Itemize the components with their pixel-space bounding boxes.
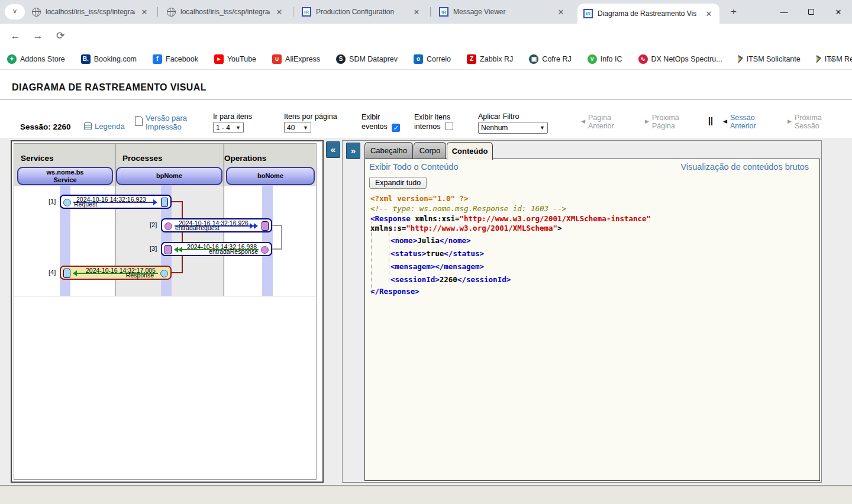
bookmark-aliexpress[interactable]: ∪AliExpress <box>272 54 320 64</box>
tab-close-icon[interactable]: ✕ <box>275 8 284 17</box>
close-button[interactable]: ✕ <box>825 0 852 24</box>
chevron-down-icon: ▼ <box>540 125 545 131</box>
bookmark-label: Addons Store <box>20 55 65 63</box>
browser-tab-4[interactable]: IR Message Viewer ✕ <box>433 0 572 24</box>
print-version-link[interactable]: Versão paraImpressão <box>135 114 187 131</box>
connector-gray <box>272 225 282 226</box>
tab-title: Diagrama de Rastreamento Vis <box>598 9 699 18</box>
browser-tab-strip: ˅ localhost/iris_iss/csp/integra/w ✕ loc… <box>0 0 852 24</box>
show-events-checkbox[interactable]: ✓ <box>392 124 400 132</box>
connector-maroon <box>172 272 182 273</box>
tab-close-icon[interactable]: ✕ <box>556 8 566 17</box>
browser-tab-2[interactable]: localhost/iris_iss/csp/integra/w ✕ <box>161 0 290 24</box>
tab-cabecalho[interactable]: Cabeçalho <box>364 142 413 159</box>
next-session-button: ▶ PróximaSessão <box>788 114 822 130</box>
browser-tab-active[interactable]: IR Diagrama de Rastreamento Vis ✕ <box>577 4 719 24</box>
forward-icon[interactable]: → <box>31 29 45 43</box>
bookmark-cofre[interactable]: ▣Cofre RJ <box>529 54 571 64</box>
legend-icon <box>84 122 92 130</box>
tab-separator <box>293 7 293 17</box>
maximize-button[interactable] <box>798 0 825 24</box>
bookmark-dx-netops[interactable]: ∿DX NetOps Spectru... <box>638 54 722 64</box>
bookmark-sdm-dataprev[interactable]: SSDM Dataprev <box>336 54 398 64</box>
endpoint-square-icon <box>63 269 70 278</box>
session-value: 2260 <box>53 122 71 131</box>
diagram-bottom-line <box>14 296 316 296</box>
tab-conteudo[interactable]: Conteúdo <box>447 142 493 160</box>
xml-content: <?xml version="1.0" ?> <!-- type: ws.nom… <box>369 195 815 295</box>
bookmark-label: YouTube <box>227 55 256 63</box>
bookmarks-overflow-icon[interactable]: » <box>830 54 834 64</box>
message-name: entradaRequest <box>175 224 220 231</box>
bookmark-correio[interactable]: oCorreio <box>414 54 451 64</box>
connector-maroon <box>182 201 183 273</box>
endpoint-circle-icon <box>160 270 168 277</box>
xml-element-status: <status>true</status> <box>369 250 815 257</box>
back-icon[interactable]: ← <box>8 29 22 43</box>
pause-separator: || <box>708 116 713 125</box>
printer-page-icon <box>135 116 143 126</box>
bookmark-booking[interactable]: B.Booking.com <box>81 54 137 64</box>
tab-close-icon[interactable]: ✕ <box>140 8 149 17</box>
bookmark-zabbix[interactable]: ZZabbix RJ <box>467 54 513 64</box>
tab-separator <box>157 7 158 17</box>
message-row-3[interactable]: 2024-10-16 14:32:16.938 entradaResponse <box>161 242 272 256</box>
bookmark-youtube[interactable]: ▶YouTube <box>214 54 256 64</box>
bookmark-facebook[interactable]: fFacebook <box>153 54 198 64</box>
column-title-processes: Processes <box>122 154 163 163</box>
show-internal-checkbox[interactable] <box>445 122 453 130</box>
iris-favicon: IR <box>439 7 448 17</box>
bookmark-label: ITSM Resolvedor <box>825 55 852 63</box>
expand-details-button[interactable]: » <box>346 143 360 159</box>
facebook-icon: f <box>153 54 162 64</box>
tab-corpo[interactable]: Corpo <box>414 142 446 159</box>
expand-all-button[interactable]: Expandir tudo <box>369 177 427 189</box>
bookmark-label: Correio <box>427 55 451 63</box>
items-per-page-select[interactable]: 40▼ <box>284 122 311 133</box>
booking-icon: B. <box>81 54 91 64</box>
show-events-label: Exibireventos ✓ <box>362 112 400 132</box>
message-row-4[interactable]: 2024-10-16 14:32:17.005 Response <box>60 266 172 280</box>
goto-items-label: Ir para itens <box>213 112 252 121</box>
xml-element-mensagem: <mensagem></mensagem> <box>369 263 815 270</box>
items-per-page-value: 40 <box>287 124 295 132</box>
show-all-content-link[interactable]: Exibir Todo o Conteúdo <box>369 162 458 172</box>
bookmark-label: Facebook <box>166 55 198 63</box>
iris-favicon: IR <box>302 7 311 17</box>
content-tab-panel: Exibir Todo o Conteúdo Visualização de c… <box>364 159 820 481</box>
connector-gray <box>272 248 282 250</box>
legend-link[interactable]: Legenda <box>84 122 125 131</box>
message-name: Request <box>74 201 97 208</box>
lane-service: ws.nome.bsService <box>17 167 113 185</box>
message-index: [1] <box>49 198 56 205</box>
xml-element-nome: <nome>Julia</nome> <box>369 237 815 244</box>
tab-search-button[interactable]: ˅ <box>5 4 25 20</box>
minimize-button[interactable]: — <box>770 0 798 24</box>
message-index: [2] <box>150 221 157 228</box>
tab-title: Production Configuration <box>316 8 407 16</box>
tab-close-icon[interactable]: ✕ <box>412 8 421 17</box>
sdm-icon: S <box>336 54 346 64</box>
raw-content-link[interactable]: Visualização de conteúdos brutos <box>680 162 809 172</box>
bookmark-itsm-solicitante[interactable]: ITSM Solicitante <box>738 55 801 63</box>
prev-session-link[interactable]: ◀ SessãoAnterior <box>723 114 756 130</box>
apply-filter-select[interactable]: Nenhum▼ <box>478 122 548 134</box>
lifeline-operation <box>262 185 273 296</box>
bookmark-addons-store[interactable]: ✦Addons Store <box>7 54 65 64</box>
tab-separator <box>430 7 431 17</box>
new-tab-button[interactable]: + <box>727 5 741 19</box>
bottom-strip <box>0 486 852 504</box>
browser-tab-3[interactable]: IR Production Configuration ✕ <box>296 0 427 24</box>
endpoint-square-icon <box>262 221 269 231</box>
message-row-2[interactable]: 2024-10-16 14:32:16.926 entradaRequest <box>161 218 272 232</box>
browser-tab-1[interactable]: localhost/iris_iss/csp/integra/w ✕ <box>26 0 155 24</box>
message-row-1[interactable]: 2024-10-16 14:32:16.923 Request <box>60 195 172 209</box>
chevron-down-icon: ▼ <box>235 125 241 131</box>
tab-close-icon[interactable]: ✕ <box>704 9 714 18</box>
iris-favicon: IR <box>583 9 593 18</box>
reload-icon[interactable]: ⟳ <box>53 29 67 43</box>
goto-items-select[interactable]: 1 - 4▼ <box>213 122 244 133</box>
collapse-diagram-button[interactable]: « <box>326 141 340 158</box>
session-label: Sessão: 2260 <box>20 122 71 131</box>
bookmark-info-ic[interactable]: vInfo IC <box>588 54 622 64</box>
